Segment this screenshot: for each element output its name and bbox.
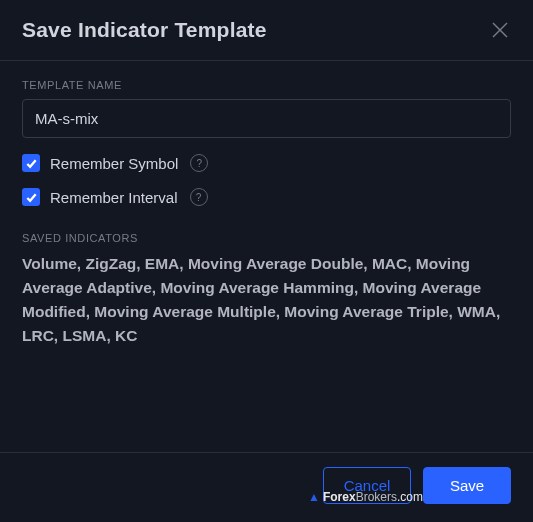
close-icon[interactable] [489, 19, 511, 41]
saved-indicators-label: SAVED INDICATORS [22, 232, 511, 244]
dialog-body: TEMPLATE NAME Remember Symbol ? Remember… [0, 61, 533, 452]
remember-symbol-row: Remember Symbol ? [22, 154, 511, 172]
remember-symbol-checkbox[interactable] [22, 154, 40, 172]
saved-indicators-section: SAVED INDICATORS Volume, ZigZag, EMA, Mo… [22, 232, 511, 348]
dialog-title: Save Indicator Template [22, 18, 267, 42]
template-name-label: TEMPLATE NAME [22, 79, 511, 91]
cancel-button[interactable]: Cancel [323, 467, 411, 504]
remember-interval-row: Remember Interval ? [22, 188, 511, 206]
saved-indicators-list: Volume, ZigZag, EMA, Moving Average Doub… [22, 252, 511, 348]
dialog-header: Save Indicator Template [0, 0, 533, 61]
save-button[interactable]: Save [423, 467, 511, 504]
save-template-dialog: Save Indicator Template TEMPLATE NAME Re… [0, 0, 533, 522]
remember-symbol-label: Remember Symbol [50, 155, 178, 172]
dialog-footer: Cancel Save [0, 452, 533, 522]
remember-interval-label: Remember Interval [50, 189, 178, 206]
remember-interval-checkbox[interactable] [22, 188, 40, 206]
template-name-input[interactable] [22, 99, 511, 138]
help-icon[interactable]: ? [190, 154, 208, 172]
help-icon[interactable]: ? [190, 188, 208, 206]
